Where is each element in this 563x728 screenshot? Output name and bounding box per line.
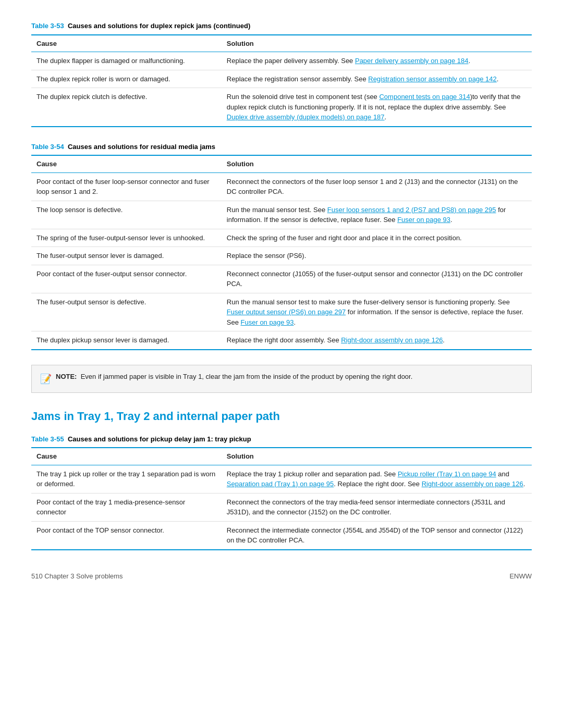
cause-cell: The spring of the fuser-output-sensor le… [31,229,222,247]
solution-cell: Run the manual sensor test. See Fuser lo… [222,201,532,229]
table-row: The duplex flapper is damaged or malfunc… [31,52,532,70]
note-box: 📝 NOTE: Even if jammed paper is visible … [31,365,532,393]
table-55-title-suffix: Causes and solutions for pickup delay ja… [66,435,251,443]
table-row: The spring of the fuser-output-sensor le… [31,229,532,247]
table-row: The duplex repick roller is worn or dama… [31,70,532,88]
note-text: NOTE: Even if jammed paper is visible in… [56,372,412,382]
solution-cell: Check the spring of the fuser and right … [222,229,532,247]
table-row: The fuser-output sensor lever is damaged… [31,247,532,265]
table-53-section: Table 3-53 Causes and solutions for dupl… [31,21,532,127]
note-icon: 📝 [40,372,52,386]
footer-left: 510 Chapter 3 Solve problems [31,571,123,582]
solution-cell: Reconnect the connectors of the fuser lo… [222,172,532,201]
fuser-on-page-93-link-1[interactable]: Fuser on page 93 [397,216,450,224]
cause-cell: The fuser-output sensor is defective. [31,293,222,331]
cause-cell: Poor contact of the fuser loop-sensor co… [31,172,222,201]
table-54-title-suffix: Causes and solutions for residual media … [66,143,215,151]
cause-cell: The duplex flapper is damaged or malfunc… [31,52,222,70]
table-54-title: Table 3-54 Causes and solutions for resi… [31,142,532,152]
table-53-solution-header: Solution [222,35,532,52]
table-55-title: Table 3-55 Causes and solutions for pick… [31,434,532,445]
solution-cell: Replace the paper delivery assembly. See… [222,52,532,70]
note-label: NOTE: [56,373,77,380]
table-row: The fuser-output sensor is defective. Ru… [31,293,532,331]
table-55-cause-header: Cause [31,448,222,465]
table-row: The loop sensor is defective. Run the ma… [31,201,532,229]
cause-cell: Poor contact of the tray 1 media-presenc… [31,493,222,521]
right-door-assembly-link-2[interactable]: Right-door assembly on page 126 [422,480,523,488]
table-55: Cause Solution The tray 1 pick up roller… [31,447,532,550]
cause-cell: Poor contact of the fuser-output sensor … [31,265,222,293]
paper-delivery-link[interactable]: Paper delivery assembly on page 184 [355,57,469,65]
table-row: The tray 1 pick up roller or the tray 1 … [31,465,532,493]
fuser-loop-sensors-link[interactable]: Fuser loop sensors 1 and 2 (PS7 and PS8)… [327,206,496,214]
solution-cell: Reconnect connector (J1055) of the fuser… [222,265,532,293]
solution-cell: Replace the sensor (PS6). [222,247,532,265]
page-footer: 510 Chapter 3 Solve problems ENWW [31,571,532,582]
table-row: The duplex repick clutch is defective. R… [31,88,532,127]
fuser-output-sensor-link[interactable]: Fuser output sensor (PS6) on page 297 [227,308,346,316]
table-53-title-suffix: Causes and solutions for duplex repick j… [66,22,250,30]
table-54: Cause Solution Poor contact of the fuser… [31,155,532,350]
cause-cell: Poor contact of the TOP sensor connector… [31,521,222,550]
table-row: Poor contact of the fuser loop-sensor co… [31,172,532,201]
table-54-section: Table 3-54 Causes and solutions for resi… [31,142,532,350]
separation-pad-link[interactable]: Separation pad (Tray 1) on page 95 [227,480,334,488]
table-54-number: Table 3-54 [31,143,64,151]
table-55-section: Table 3-55 Causes and solutions for pick… [31,434,532,550]
cause-cell: The duplex pickup sensor lever is damage… [31,331,222,350]
cause-cell: The duplex repick clutch is defective. [31,88,222,127]
table-55-solution-header: Solution [222,448,532,465]
component-tests-link[interactable]: Component tests on page 314 [379,93,470,101]
cause-cell: The duplex repick roller is worn or dama… [31,70,222,88]
duplex-drive-link[interactable]: Duplex drive assembly (duplex models) on… [227,113,385,121]
cause-cell: The tray 1 pick up roller or the tray 1 … [31,465,222,493]
solution-cell: Replace the registration sensor assembly… [222,70,532,88]
table-row: Poor contact of the TOP sensor connector… [31,521,532,550]
table-53: Cause Solution The duplex flapper is dam… [31,34,532,127]
section-heading: Jams in Tray 1, Tray 2 and internal pape… [31,408,532,425]
solution-cell: Replace the right door assembly. See Rig… [222,331,532,350]
table-53-cause-header: Cause [31,35,222,52]
cause-cell: The fuser-output sensor lever is damaged… [31,247,222,265]
table-row: Poor contact of the tray 1 media-presenc… [31,493,532,521]
fuser-on-page-93-link-2[interactable]: Fuser on page 93 [241,318,294,326]
solution-cell: Reconnect the connectors of the tray med… [222,493,532,521]
table-54-cause-header: Cause [31,155,222,172]
table-row: Poor contact of the fuser-output sensor … [31,265,532,293]
table-row: The duplex pickup sensor lever is damage… [31,331,532,350]
table-54-solution-header: Solution [222,155,532,172]
solution-cell: Run the solenoid drive test in component… [222,88,532,127]
pickup-roller-link[interactable]: Pickup roller (Tray 1) on page 94 [398,470,496,478]
cause-cell: The loop sensor is defective. [31,201,222,229]
solution-cell: Run the manual sensor test to make sure … [222,293,532,331]
table-55-number: Table 3-55 [31,435,64,443]
table-53-title: Table 3-53 Causes and solutions for dupl… [31,21,532,31]
solution-cell: Replace the tray 1 pickup roller and sep… [222,465,532,493]
table-53-number: Table 3-53 [31,22,64,30]
note-body: Even if jammed paper is visible in Tray … [79,373,412,380]
solution-cell: Reconnect the intermediate connector (J5… [222,521,532,550]
right-door-assembly-link-1[interactable]: Right-door assembly on page 126 [341,336,443,344]
footer-right: ENWW [509,571,532,582]
registration-sensor-link[interactable]: Registration sensor assembly on page 142 [368,75,496,83]
